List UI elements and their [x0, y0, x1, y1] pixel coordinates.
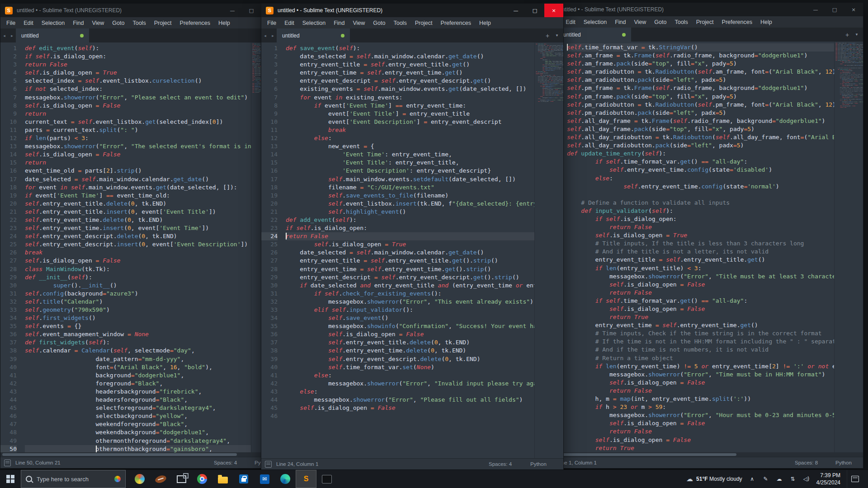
action-center-button[interactable] [847, 470, 863, 488]
menu-goto[interactable]: Goto [650, 16, 670, 28]
menu-help[interactable]: Help [475, 17, 495, 28]
menu-tools[interactable]: Tools [670, 16, 692, 28]
code-line[interactable]: font=("Arial Black", 16, "bold"), [25, 363, 251, 371]
taskbar-app-file-explorer[interactable] [212, 470, 233, 488]
code-line[interactable]: self.is_dialog_open = False [567, 379, 834, 387]
code-line[interactable]: event_time_old = parts[2].strip() [25, 167, 251, 175]
code-line[interactable]: selectforeground="darkslategray4", [25, 404, 251, 412]
code-line[interactable]: class MainWindow(tk.Tk): [25, 265, 251, 273]
tab-overflow-icon[interactable]: ▼ [555, 33, 559, 38]
taskbar-app-mail[interactable]: ✉ [254, 470, 275, 488]
maximize-button[interactable]: □ [242, 4, 261, 17]
code-line[interactable]: self.is_dialog_open = False [286, 404, 534, 412]
code-line[interactable]: self.entry_event_descript.delete(0, tk.E… [286, 355, 534, 363]
code-line[interactable]: self.entry_event_time.config(state='norm… [567, 183, 834, 191]
code-line[interactable]: self.entry_event_time.insert(0, event['E… [25, 224, 251, 232]
weather-widget[interactable]: ☁ 51°F Mostly cloudy [686, 475, 742, 483]
tab-modified-dot-icon[interactable] [80, 34, 84, 38]
code-line[interactable]: else: [567, 174, 834, 183]
code-line[interactable]: messagebox.showerror("Error", "The selec… [25, 142, 251, 150]
menu-project[interactable]: Project [692, 16, 718, 28]
menu-project[interactable]: Project [411, 17, 437, 28]
code-line[interactable]: return [25, 110, 251, 118]
code-line[interactable]: def __init__(self): [25, 273, 251, 282]
menu-selection[interactable]: Selection [580, 16, 611, 28]
menu-tools[interactable]: Tools [389, 17, 410, 28]
code-line[interactable]: self.time_format_var = tk.StringVar() [567, 43, 834, 52]
code-line[interactable]: self.time_format_var.set(None) [286, 363, 534, 371]
code-line[interactable]: else: [286, 388, 534, 396]
code-line[interactable]: event['Event Title'] = entry_event_title [286, 110, 534, 118]
code-line[interactable]: self.entry_event_time.delete(0, tk.END) [286, 347, 534, 355]
code-line[interactable]: foreground="Black", [25, 380, 251, 388]
code-line[interactable]: self.am_frame = tk.Frame(self.radio_fram… [567, 52, 834, 60]
code-line[interactable]: self.is_dialog_open = False [25, 257, 251, 265]
tab-next-icon[interactable]: ▸ [8, 28, 16, 42]
menu-help[interactable]: Help [214, 17, 234, 28]
code-line[interactable]: def input_validator(self): [567, 207, 834, 215]
code-line[interactable]: messagebox.showerror("Error", "Please fi… [286, 396, 534, 404]
tab-next-icon[interactable]: ▸ [269, 28, 277, 42]
code-line[interactable]: 'Event Title': entry_event_title, [286, 159, 534, 167]
code-line[interactable]: if self.time_format_var.get() == "all-da… [567, 158, 834, 166]
menu-file[interactable]: File [263, 17, 280, 28]
code-line[interactable]: entry_event_descript = self.entry_event_… [286, 273, 534, 282]
indent-setting[interactable]: Spaces: 8 [795, 460, 818, 465]
code-line[interactable] [567, 191, 834, 199]
code-line[interactable]: self.event_listbox.insert(tk.END, f"{dat… [286, 200, 534, 208]
code-line[interactable]: weekendforeground="Black", [25, 420, 251, 428]
code-line[interactable]: self.is_dialog_open = True [567, 231, 834, 239]
code-line[interactable]: self.entry_event_title.insert(0, event['… [25, 208, 251, 216]
editor[interactable]: 1234567891011121314151617181920212223242… [261, 42, 563, 458]
horizontal-scrollbar[interactable] [542, 452, 863, 457]
code-line[interactable] [286, 412, 534, 420]
code-line[interactable]: new_event = { [286, 142, 534, 150]
code-line[interactable]: self.pm_frame.pack(side="top", fill="x",… [567, 93, 834, 101]
code-line[interactable]: weekendbackground="dodgerblue1", [25, 428, 251, 436]
code-line[interactable]: if self.is_dialog_open: [286, 224, 534, 232]
menu-view[interactable]: View [88, 17, 108, 28]
menu-file[interactable]: File [2, 17, 19, 28]
horizontal-scrollbar[interactable] [0, 452, 280, 457]
code-line[interactable]: self.calendar = Calendar(self, selectmod… [25, 347, 251, 355]
menu-find[interactable]: Find [69, 17, 88, 28]
tray-expand-icon[interactable]: ∧ [749, 476, 756, 482]
close-button[interactable]: × [844, 3, 863, 16]
code-line[interactable]: entry_event_title = self.entry_event_tit… [567, 256, 834, 264]
code-line[interactable]: def first_widgets(self): [25, 338, 251, 347]
menu-goto[interactable]: Goto [369, 17, 389, 28]
code-line[interactable]: self.is_dialog_open = False [25, 102, 251, 110]
code-line[interactable]: self.is_dialog_open = False [567, 305, 834, 313]
code-line[interactable]: self.first_widgets() [25, 314, 251, 322]
code-line[interactable]: entry_event_time = self.entry_event_time… [286, 265, 534, 273]
code-line[interactable]: date_selected = self.main_window.calenda… [286, 52, 534, 61]
code-line[interactable]: def update_time_entry(self): [567, 150, 834, 158]
code-line[interactable]: self.is_dialog_open = False [567, 419, 834, 427]
code-line[interactable]: self.geometry("790x590") [25, 306, 251, 314]
code-line[interactable]: messagebox.showerror("Error", "Invalid i… [286, 380, 534, 388]
code-line[interactable]: self.config(background="azure3") [25, 290, 251, 298]
minimize-button[interactable]: — [506, 4, 525, 17]
menu-edit[interactable]: Edit [19, 17, 38, 28]
status-panel-icon[interactable] [4, 460, 11, 466]
code-line[interactable]: self.is_dialog_open = True [25, 69, 251, 77]
code-line[interactable]: else: [286, 134, 534, 142]
code-line[interactable]: if h > 23 or m > 59: [567, 403, 834, 411]
code-line[interactable]: self.all_day_radiobutton.pack(side="left… [567, 141, 834, 150]
code-line[interactable]: self.pm_frame = tk.Frame(self.radio_fram… [567, 84, 834, 92]
code-line[interactable]: # Time inputs, Check if the time string … [567, 329, 834, 338]
code-line[interactable]: if len(entry_event_time) != 5 or entry_e… [567, 362, 834, 371]
syntax-name[interactable]: Python [530, 461, 547, 467]
code-area[interactable]: def save_event(self): date_selected = se… [282, 42, 534, 458]
code-line[interactable]: # If the time is not in the HH:MM format… [567, 338, 834, 346]
menu-preferences[interactable]: Preferences [718, 16, 756, 28]
taskbar-app-game[interactable] [129, 470, 150, 488]
code-line[interactable]: def add_event(self): [286, 216, 534, 224]
code-line[interactable]: current_text = self.event_listbox.get(se… [25, 118, 251, 126]
code-line[interactable]: return False [25, 61, 251, 69]
code-line[interactable]: date_selected = self.main_window.calenda… [25, 175, 251, 183]
menu-edit[interactable]: Edit [280, 17, 298, 28]
code-line[interactable]: if event['Event Time'] == entry_event_ti… [286, 102, 534, 110]
code-line[interactable]: return True [567, 313, 834, 321]
code-line[interactable]: messagebox.showerror("Error", "Time must… [567, 371, 834, 379]
